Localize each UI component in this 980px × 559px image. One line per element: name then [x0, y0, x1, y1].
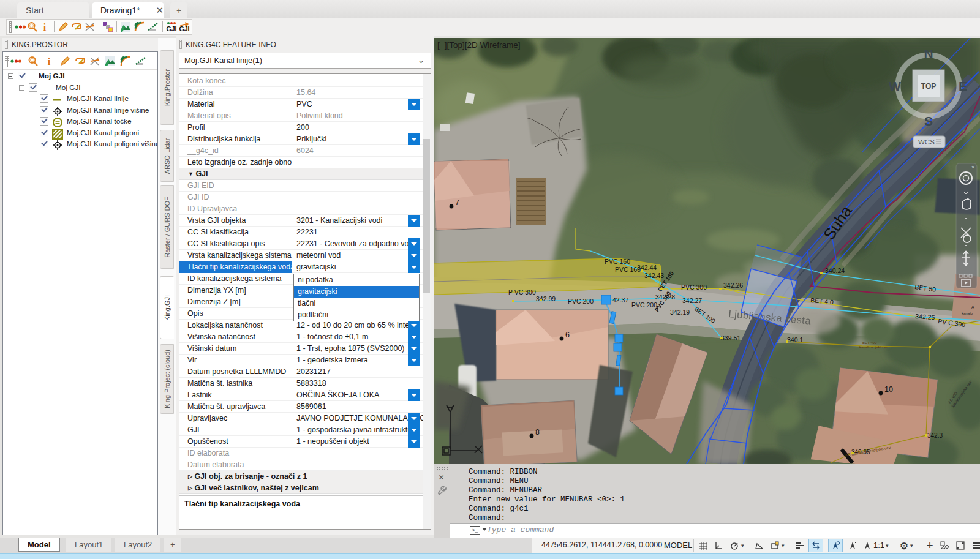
svg-text:8: 8	[535, 428, 540, 437]
svg-text:340.24: 340.24	[825, 267, 845, 274]
svg-text:PVC 300: PVC 300	[681, 283, 707, 291]
svg-text:GJI: GJI	[179, 25, 190, 32]
svg-text:S: S	[924, 114, 933, 128]
svg-text:342.3: 342.3	[927, 432, 943, 439]
svg-text:WCS: WCS	[918, 138, 935, 146]
svg-text:342.99: 342.99	[536, 295, 556, 302]
svg-text:kanaliz: kanaliz	[962, 312, 973, 315]
svg-text:PVC 200: PVC 200	[631, 301, 657, 309]
svg-text:TOP: TOP	[921, 82, 936, 91]
svg-text:i: i	[43, 22, 47, 32]
svg-text:PVC 160: PVC 160	[605, 258, 630, 265]
svg-text:340.1: 340.1	[787, 336, 803, 343]
svg-text:42.37: 42.37	[612, 296, 628, 304]
svg-text:GJI: GJI	[167, 25, 177, 32]
svg-text:P VC 300: P VC 300	[508, 288, 536, 296]
svg-text:A: A	[971, 305, 974, 309]
svg-text:342.25: 342.25	[915, 312, 935, 321]
svg-text:W: W	[889, 79, 901, 93]
svg-text:E: E	[959, 79, 967, 93]
svg-text:342.44: 342.44	[637, 264, 657, 271]
svg-text:i: i	[48, 56, 51, 67]
svg-text:6: 6	[565, 331, 570, 339]
svg-text:342.43: 342.43	[644, 272, 664, 279]
svg-text:339.51: 339.51	[721, 334, 741, 342]
svg-text:PVC 200: PVC 200	[568, 298, 594, 305]
svg-text:342.27: 342.27	[682, 297, 702, 304]
svg-text:BET 400: BET 400	[862, 341, 877, 345]
svg-text:[−][Top][2D Wireframe]: [−][Top][2D Wireframe]	[437, 40, 520, 50]
svg-text:7: 7	[455, 198, 459, 207]
svg-text:342.26: 342.26	[723, 282, 743, 289]
svg-text:×: ×	[971, 164, 974, 170]
svg-text:10: 10	[884, 385, 893, 394]
svg-text:kanalizacijski cev: kanalizacijski cev	[859, 345, 888, 349]
svg-text:N: N	[924, 47, 933, 61]
svg-text:342.19: 342.19	[670, 309, 690, 316]
